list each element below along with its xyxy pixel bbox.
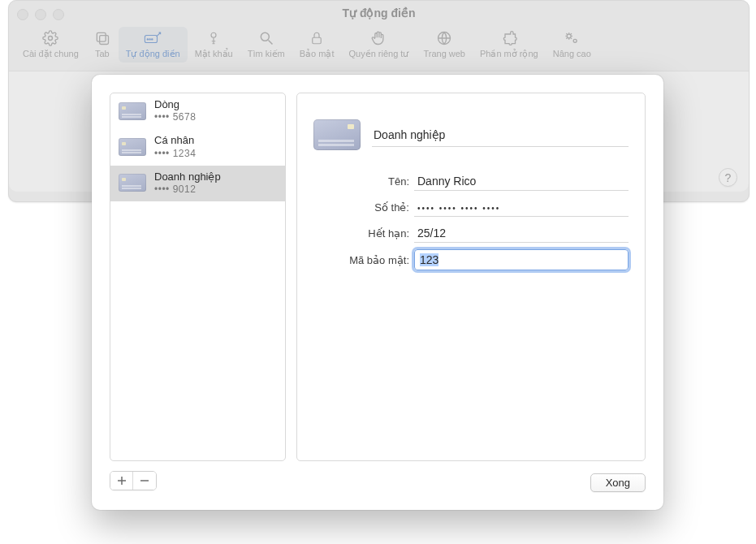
name-label: Tên:	[313, 175, 409, 188]
plus-icon	[117, 476, 127, 486]
card-description-field[interactable]	[372, 123, 629, 147]
card-item-number: •••• 9012	[154, 183, 221, 196]
card-detail-panel: Tên: Số thẻ: Hết hạn: Mã bảo mật:	[296, 93, 646, 461]
remove-card-button[interactable]	[133, 472, 156, 490]
cardholder-name-field[interactable]	[414, 171, 629, 191]
number-label: Số thẻ:	[313, 201, 409, 214]
done-button-label: Xong	[606, 477, 630, 489]
add-card-button[interactable]	[110, 472, 133, 490]
credit-card-icon	[119, 102, 146, 120]
credit-card-icon	[119, 174, 146, 192]
security-code-field[interactable]	[414, 249, 629, 270]
card-list-item[interactable]: Doanh nghiệp •••• 9012	[110, 166, 285, 201]
card-number-field[interactable]	[414, 197, 629, 217]
credit-cards-sheet: Dòng •••• 5678 Cá nhân •••• 1234 Doanh n…	[92, 75, 663, 510]
card-item-name: Cá nhân	[154, 134, 196, 147]
card-item-number: •••• 5678	[154, 111, 196, 123]
card-list: Dòng •••• 5678 Cá nhân •••• 1234 Doanh n…	[110, 93, 286, 461]
expiry-label: Hết hạn:	[313, 227, 409, 240]
credit-card-icon	[119, 138, 146, 156]
card-list-item[interactable]: Cá nhân •••• 1234	[110, 129, 285, 165]
card-item-name: Doanh nghiệp	[154, 171, 221, 183]
expiry-field[interactable]	[414, 223, 629, 243]
card-item-number: •••• 1234	[154, 148, 196, 160]
minus-icon	[140, 476, 149, 486]
cvv-label: Mã bảo mật:	[313, 254, 409, 266]
card-list-item[interactable]: Dòng •••• 5678	[110, 93, 285, 129]
done-button[interactable]: Xong	[590, 473, 646, 492]
card-item-name: Dòng	[154, 98, 196, 111]
add-remove-controls	[110, 471, 157, 490]
credit-card-icon	[313, 119, 361, 150]
